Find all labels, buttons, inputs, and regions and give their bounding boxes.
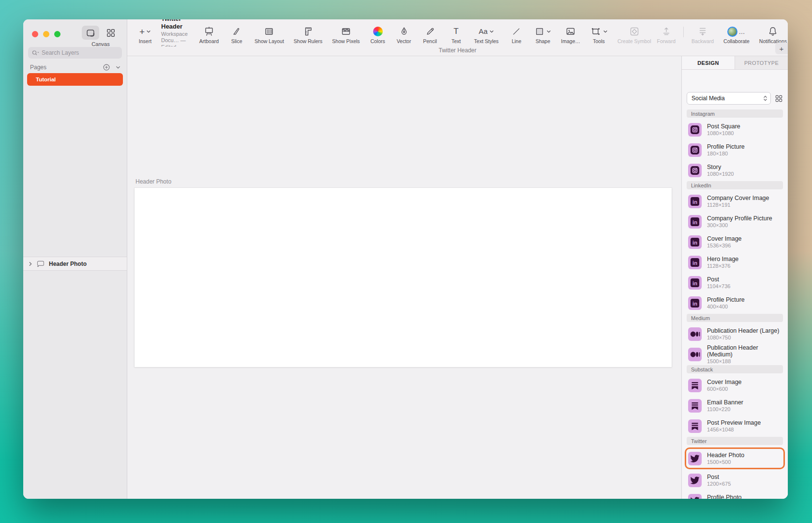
pages-header: Pages <box>30 63 121 71</box>
canvas-view-button[interactable] <box>82 26 99 40</box>
toolbar-button-artboard[interactable]: Artboard <box>196 22 222 44</box>
preset-item-instagram-profile-picture[interactable]: Profile Picture180×180 <box>687 140 783 159</box>
preset-item-substack-cover-image[interactable]: Cover Image600×600 <box>687 376 783 395</box>
artboard[interactable] <box>135 188 672 367</box>
preset-list: Social Media InstagramPost Square1080×10… <box>682 70 788 499</box>
canvas-area[interactable]: Header Photo <box>127 56 681 499</box>
bell-icon <box>767 26 779 37</box>
minimize-window-button[interactable] <box>43 31 49 37</box>
sidebar-page-tutorial[interactable]: Tutorial <box>27 73 123 86</box>
toolbar-button-image[interactable]: Image… <box>558 22 583 44</box>
preset-item-medium-publication-header-medium[interactable]: Publication Header (Medium)1500×188 <box>687 345 783 364</box>
preset-item-linkedin-company-cover-image[interactable]: inCompany Cover Image1128×191 <box>687 192 783 211</box>
section-header-twitter: Twitter <box>687 437 783 445</box>
canvas-toggle-label: Canvas <box>81 41 120 47</box>
preset-item-substack-post-preview-image[interactable]: Post Preview Image1456×1048 <box>687 416 783 435</box>
toolbar-button-shape[interactable]: Shape <box>531 22 554 44</box>
search-input[interactable] <box>42 49 118 56</box>
linkedin-icon: in <box>688 276 702 290</box>
pixels-icon <box>340 26 352 37</box>
search-icon <box>32 50 39 56</box>
linkedin-icon: in <box>688 215 702 229</box>
rulers-icon <box>302 26 314 37</box>
toolbar-button-tools[interactable]: Tools <box>587 22 611 44</box>
preset-sections: InstagramPost Square1080×1080Profile Pic… <box>682 109 788 499</box>
add-document-button[interactable]: + <box>775 43 788 54</box>
preset-item-linkedin-cover-image[interactable]: inCover Image1536×396 <box>687 232 783 251</box>
layer-row-header-photo[interactable]: Header Photo <box>23 257 127 271</box>
preset-item-instagram-story[interactable]: Story1080×1920 <box>687 161 783 180</box>
preset-item-linkedin-company-profile-picture[interactable]: inCompany Profile Picture300×300 <box>687 212 783 231</box>
section-header-substack: Substack <box>687 365 783 373</box>
tab-design[interactable]: DESIGN <box>682 56 735 69</box>
layout-icon <box>263 26 275 37</box>
collaborate-icon: … <box>727 27 745 37</box>
text-icon: T <box>453 27 458 36</box>
toolbar-button-show-pixels[interactable]: Show Pixels <box>329 22 362 44</box>
preset-item-twitter-post[interactable]: Post1200×675 <box>687 471 783 490</box>
toolbar-button-text-styles[interactable]: AaText Styles <box>471 22 502 44</box>
insert-button[interactable]: + Insert <box>134 22 156 44</box>
preset-item-instagram-post-square[interactable]: Post Square1080×1080 <box>687 120 783 139</box>
twitter-icon <box>688 474 702 487</box>
grid-icon <box>775 94 783 103</box>
toolbar-button-line[interactable]: Line <box>505 22 527 44</box>
canvas-frame-icon <box>85 28 96 38</box>
preset-item-linkedin-post[interactable]: inPost1104×736 <box>687 273 783 292</box>
toolbar-button-show-rulers[interactable]: Show Rulers <box>291 22 326 44</box>
zoom-window-button[interactable] <box>54 31 60 37</box>
linkedin-icon: in <box>688 256 702 269</box>
view-toggle: Canvas <box>81 26 120 47</box>
insert-label: Insert <box>139 38 151 44</box>
substack-icon <box>688 399 702 413</box>
preset-item-substack-email-banner[interactable]: Email Banner1100×220 <box>687 396 783 415</box>
layers-sidebar: Canvas Pages <box>23 19 127 499</box>
shape-icon <box>534 26 545 37</box>
vector-icon <box>399 26 409 37</box>
section-header-linkedin: LinkedIn <box>687 181 783 189</box>
add-page-button[interactable] <box>103 63 110 71</box>
toolbar-button-collaborate[interactable]: …Collaborate <box>721 22 752 44</box>
toolbar-button-pencil[interactable]: Pencil <box>419 22 441 44</box>
svg-text:in: in <box>692 301 697 307</box>
toolbar-main-buttons: ArtboardSliceShow LayoutShow RulersShow … <box>196 22 654 44</box>
plus-icon: + <box>139 27 145 36</box>
symbol-icon <box>629 26 640 37</box>
textstyles-icon: Aa <box>479 27 487 36</box>
preset-item-twitter-header-photo[interactable]: Header Photo1500×500 <box>685 447 785 469</box>
collapse-pages-button[interactable] <box>115 64 121 70</box>
section-header-medium: Medium <box>687 314 783 322</box>
tab-prototype[interactable]: PROTOTYPE <box>735 56 788 69</box>
document-title: Twitter Header <box>161 19 188 31</box>
preset-controls: Social Media <box>687 92 783 105</box>
preset-item-twitter-profile-photo[interactable]: Profile Photo400×400 <box>687 491 783 499</box>
category-select[interactable]: Social Media <box>687 92 771 105</box>
forward-icon <box>661 26 672 37</box>
user-avatar <box>727 27 737 37</box>
inspector-panel: DESIGN PROTOTYPE Social Media <box>681 56 788 499</box>
toolbar-button-vector[interactable]: Vector <box>393 22 415 44</box>
search-layers-field[interactable] <box>28 47 122 59</box>
toolbar-button-backward: Backward <box>689 22 717 44</box>
preset-item-linkedin-hero-image[interactable]: inHero Image1128×376 <box>687 253 783 272</box>
medium-icon <box>688 348 702 361</box>
preset-item-linkedin-profile-picture[interactable]: inProfile Picture400×400 <box>687 293 783 312</box>
toolbar-button-notifications[interactable]: Notifications <box>756 22 788 44</box>
toolbar-button-slice[interactable]: Slice <box>226 22 248 44</box>
preset-item-medium-publication-header-large[interactable]: Publication Header (Large)1080×750 <box>687 324 783 343</box>
toolbar-button-create-symbol: Create Symbol <box>615 22 654 44</box>
svg-text:in: in <box>692 219 697 225</box>
toolbar-button-colors[interactable]: Colors <box>367 22 389 44</box>
tools-icon <box>590 26 601 37</box>
chevron-right-icon[interactable] <box>28 262 33 266</box>
line-icon <box>511 27 521 36</box>
inspector-tabs: DESIGN PROTOTYPE <box>682 56 788 70</box>
layout-toggle-button[interactable] <box>775 94 783 103</box>
close-window-button[interactable] <box>32 31 38 37</box>
toolbar-right-buttons: ForwardBackward…CollaborateNotifications <box>654 22 788 44</box>
artboard-title[interactable]: Header Photo <box>135 178 171 185</box>
toolbar-button-text[interactable]: TText <box>445 22 467 44</box>
pages-label: Pages <box>30 64 46 71</box>
grid-view-button[interactable] <box>102 26 120 40</box>
toolbar-button-show-layout[interactable]: Show Layout <box>252 22 287 44</box>
